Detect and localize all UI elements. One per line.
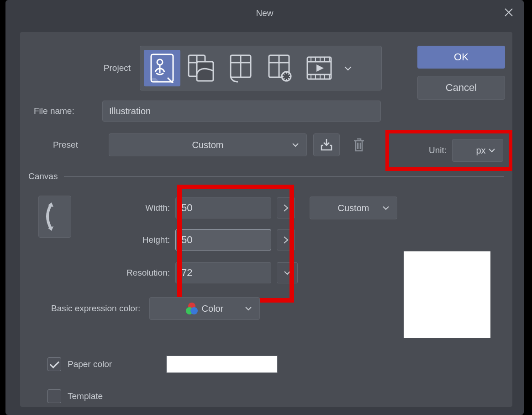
canvas-section: Canvas xyxy=(28,171,504,181)
paper-color-checkbox[interactable] xyxy=(47,357,61,371)
resolution-row: Resolution: xyxy=(92,262,298,283)
swap-arrows-icon xyxy=(44,202,65,232)
swap-dimensions-button[interactable] xyxy=(38,196,71,238)
svg-rect-3 xyxy=(197,62,213,81)
project-type-comic[interactable] xyxy=(183,50,220,86)
dialog-body: Project xyxy=(20,32,512,407)
save-preset-button[interactable] xyxy=(313,133,340,156)
preset-value: Custom xyxy=(192,140,224,150)
chevron-down-icon xyxy=(487,146,496,155)
filename-label: File name: xyxy=(34,106,102,116)
ok-button[interactable]: OK xyxy=(417,46,505,69)
unit-dropdown[interactable]: px xyxy=(452,139,503,162)
size-preset-dropdown[interactable]: Custom xyxy=(310,197,397,219)
chevron-down-icon xyxy=(244,304,253,313)
project-row: Project xyxy=(53,46,382,90)
divider xyxy=(64,176,504,177)
unit-value: px xyxy=(476,145,485,156)
paper-color-row: Paper color xyxy=(47,357,112,371)
height-row: Height: xyxy=(101,229,295,250)
new-document-dialog: New Project xyxy=(5,0,524,415)
delete-preset-button[interactable] xyxy=(346,134,372,156)
close-button[interactable] xyxy=(501,5,516,20)
template-row: Template xyxy=(47,389,103,403)
project-type-more[interactable] xyxy=(340,50,356,86)
project-type-webtoon[interactable] xyxy=(222,50,259,86)
expression-color-row: Basic expression color: Color xyxy=(51,297,260,320)
save-preset-icon xyxy=(319,137,334,153)
project-type-illustration[interactable] xyxy=(144,50,180,86)
comic-icon xyxy=(187,53,216,83)
height-input[interactable] xyxy=(175,229,271,250)
preset-row: Preset Custom xyxy=(53,133,372,156)
preset-label: Preset xyxy=(53,140,102,150)
height-label: Height: xyxy=(101,235,170,245)
chevron-down-icon xyxy=(283,268,292,277)
svg-point-1 xyxy=(157,59,163,65)
cancel-button[interactable]: Cancel xyxy=(417,76,505,100)
canvas-preview xyxy=(404,251,490,338)
preset-dropdown[interactable]: Custom xyxy=(109,133,307,156)
template-label: Template xyxy=(68,391,103,401)
project-type-selector xyxy=(140,46,382,90)
resolution-label: Resolution: xyxy=(92,268,170,278)
dialog-buttons: OK Cancel xyxy=(417,46,505,100)
expression-color-label: Basic expression color: xyxy=(51,303,140,314)
unit-label: Unit: xyxy=(429,145,447,155)
expression-color-value: Color xyxy=(201,303,223,314)
titlebar: New xyxy=(5,0,524,27)
canvas-header-label: Canvas xyxy=(28,171,58,181)
rgb-icon xyxy=(186,303,198,314)
size-preset-value: Custom xyxy=(338,203,369,213)
project-label: Project xyxy=(53,63,131,73)
unit-row: Unit: px xyxy=(422,133,510,167)
webtoon-icon xyxy=(228,53,253,83)
animation-icon xyxy=(306,54,333,82)
paper-color-swatch[interactable] xyxy=(166,356,278,373)
chevron-down-icon xyxy=(381,203,390,213)
project-type-print[interactable] xyxy=(262,50,298,86)
chevron-right-icon xyxy=(282,235,290,245)
chevron-down-icon xyxy=(291,140,300,149)
paper-color-label: Paper color xyxy=(68,359,112,369)
close-icon xyxy=(504,7,514,17)
resolution-input[interactable] xyxy=(175,262,271,283)
dialog-title: New xyxy=(256,8,273,18)
illustration-icon xyxy=(150,53,174,83)
project-type-animation[interactable] xyxy=(301,50,337,86)
resolution-dropdown-toggle[interactable] xyxy=(277,262,298,283)
template-checkbox[interactable] xyxy=(47,389,61,403)
width-stepper[interactable] xyxy=(277,197,295,218)
print-settings-icon xyxy=(266,53,294,83)
width-label: Width: xyxy=(101,203,170,213)
height-stepper[interactable] xyxy=(277,229,295,250)
filename-input[interactable] xyxy=(102,101,381,122)
width-row: Width: Custom xyxy=(101,197,397,219)
chevron-down-icon xyxy=(343,63,353,73)
expression-color-dropdown[interactable]: Color xyxy=(149,297,260,320)
filename-row: File name: xyxy=(34,101,381,122)
trash-icon xyxy=(352,137,366,153)
chevron-right-icon xyxy=(282,203,290,213)
width-input[interactable] xyxy=(175,197,271,218)
